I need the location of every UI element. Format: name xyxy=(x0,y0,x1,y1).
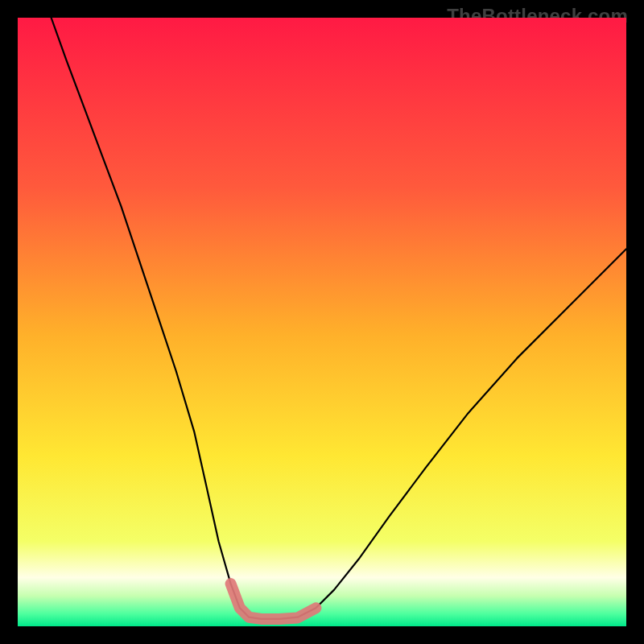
gradient-background xyxy=(18,18,626,626)
chart-frame: TheBottleneck.com xyxy=(0,0,644,644)
bottleneck-chart xyxy=(18,18,626,626)
plot-area xyxy=(18,18,626,626)
